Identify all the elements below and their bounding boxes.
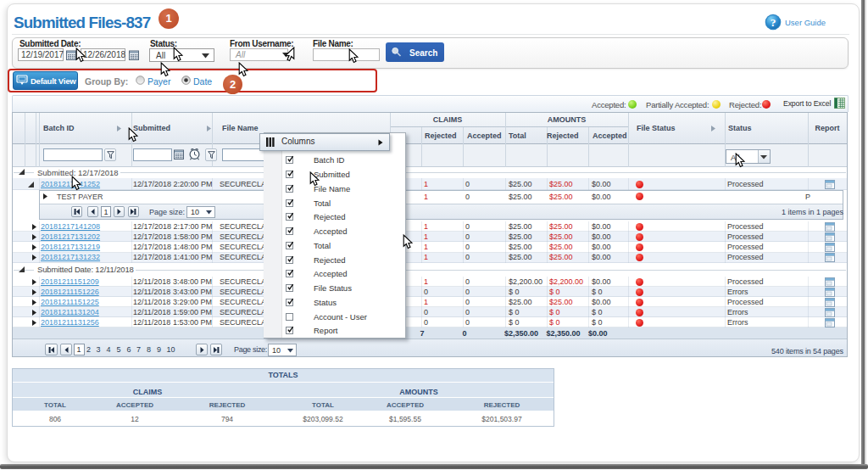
svg-text:?: ? <box>771 16 776 29</box>
